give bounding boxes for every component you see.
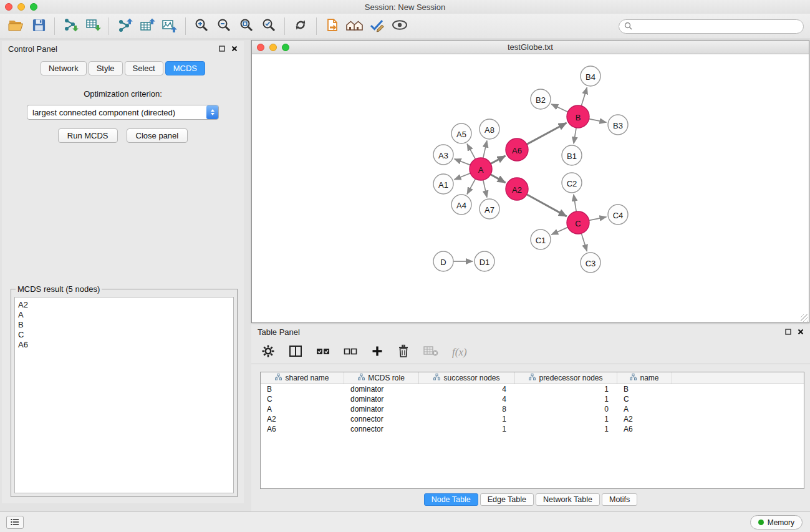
close-panel-icon[interactable] [798, 327, 804, 337]
graph-node-B4[interactable]: B4 [581, 66, 600, 86]
table-cell[interactable]: C [617, 394, 672, 404]
export-network-button[interactable] [113, 16, 136, 36]
table-cell[interactable]: 1 [419, 414, 515, 424]
table-cell[interactable]: 8 [419, 404, 515, 414]
import-network-button[interactable] [59, 16, 82, 36]
column-header-predecessor-nodes[interactable]: predecessor nodes [515, 372, 617, 384]
show-all-networks-button[interactable] [344, 16, 366, 36]
minimize-window-button[interactable] [17, 3, 25, 11]
graph-edge-B-B3[interactable] [589, 119, 607, 123]
graph-node-A6[interactable]: A6 [506, 138, 528, 161]
graph-node-D1[interactable]: D1 [475, 251, 494, 271]
tab-select[interactable]: Select [125, 61, 163, 75]
resize-grip[interactable] [801, 314, 808, 322]
table-cell[interactable]: 1 [419, 424, 515, 434]
table-cell[interactable]: B [261, 384, 344, 394]
table-cell[interactable]: A [617, 404, 672, 414]
table-row[interactable]: Adominator80A [261, 404, 804, 414]
select-all-button[interactable] [316, 347, 330, 358]
delete-row-button[interactable] [397, 344, 410, 360]
open-recent-button[interactable] [321, 16, 344, 36]
graph-edge-A-A8[interactable] [483, 141, 487, 158]
table-cell[interactable]: A [261, 404, 344, 414]
table-row[interactable]: A2connector11A2 [261, 414, 804, 424]
table-row[interactable]: Bdominator41B [261, 384, 804, 394]
graph-node-A5[interactable]: A5 [451, 123, 471, 143]
graph-edge-A-A2[interactable] [491, 175, 506, 183]
table-cell[interactable]: 1 [515, 394, 617, 404]
show-panels-button[interactable] [6, 516, 24, 529]
tab-node-table[interactable]: Node Table [424, 493, 478, 506]
graph-edge-A2-C[interactable] [527, 195, 567, 216]
table-cell[interactable]: B [617, 384, 672, 394]
zoom-out-button[interactable] [213, 16, 235, 36]
graph-node-A7[interactable]: A7 [480, 199, 499, 219]
graph-node-C1[interactable]: C1 [531, 230, 551, 249]
network-window-titlebar[interactable]: testGlobe.txt [252, 41, 809, 54]
graph-node-A4[interactable]: A4 [451, 195, 471, 215]
result-item[interactable]: C [18, 330, 230, 340]
table-cell[interactable]: dominator [344, 384, 419, 394]
graph-edge-A6-B[interactable] [527, 123, 567, 144]
close-window-button[interactable] [5, 3, 12, 11]
graph-node-A2[interactable]: A2 [506, 178, 528, 200]
table-cell[interactable]: A2 [261, 414, 344, 424]
graph-node-C4[interactable]: C4 [608, 205, 628, 225]
column-header-mcds-role[interactable]: MCDS role [344, 372, 419, 384]
graph-edge-A-A1[interactable] [455, 173, 471, 180]
network-canvas[interactable]: B4B2BB3A8A5A6A3B1AC2A1A2A4A7C4CC1C3DD1 [252, 55, 809, 322]
unselect-all-button[interactable] [344, 347, 357, 358]
zoom-window-button[interactable] [30, 3, 37, 11]
graph-edge-A-A3[interactable] [455, 159, 471, 165]
mcds-result-list[interactable]: A2ABCA6 [14, 297, 234, 493]
export-table-button[interactable] [136, 16, 158, 36]
graph-edge-C-C4[interactable] [589, 217, 607, 221]
table-cell[interactable]: dominator [344, 404, 419, 414]
table-cell[interactable]: 4 [419, 384, 515, 394]
graph-node-C[interactable]: C [567, 211, 589, 234]
graph-edge-A-A4[interactable] [467, 179, 475, 195]
node-table[interactable]: shared nameMCDS rolesuccessor nodesprede… [260, 372, 804, 489]
tab-network[interactable]: Network [41, 61, 87, 75]
column-header-successor-nodes[interactable]: successor nodes [419, 372, 515, 384]
result-item[interactable]: A2 [18, 300, 230, 310]
table-cell[interactable]: A6 [617, 424, 672, 434]
graph-node-A1[interactable]: A1 [433, 174, 453, 194]
graph-node-B1[interactable]: B1 [562, 145, 582, 165]
table-cell[interactable]: 1 [515, 424, 617, 434]
tab-network-table[interactable]: Network Table [536, 493, 600, 506]
import-table-button[interactable] [82, 16, 104, 36]
graph-node-D[interactable]: D [433, 251, 453, 271]
close-panel-icon[interactable] [231, 44, 238, 54]
graph-edge-C-C2[interactable] [574, 195, 576, 211]
save-session-button[interactable] [27, 16, 50, 36]
graph-node-C2[interactable]: C2 [562, 173, 582, 193]
graph-edge-B-B1[interactable] [574, 128, 576, 143]
graph-edge-A-A7[interactable] [483, 180, 487, 198]
zoom-in-button[interactable] [190, 16, 213, 36]
graph-edge-A-A6[interactable] [491, 156, 506, 164]
table-cell[interactable]: 1 [515, 414, 617, 424]
network-graph[interactable]: B4B2BB3A8A5A6A3B1AC2A1A2A4A7C4CC1C3DD1 [252, 55, 809, 322]
result-item[interactable]: A6 [18, 340, 230, 350]
graph-node-A3[interactable]: A3 [433, 145, 453, 165]
graph-node-C3[interactable]: C3 [581, 253, 600, 273]
graph-edge-B-B4[interactable] [581, 87, 587, 106]
graph-node-B[interactable]: B [567, 105, 589, 128]
table-cell[interactable]: 1 [515, 384, 617, 394]
graph-node-A[interactable]: A [470, 158, 492, 180]
tab-edge-table[interactable]: Edge Table [480, 493, 534, 506]
float-panel-icon[interactable] [785, 327, 791, 337]
tab-style[interactable]: Style [89, 61, 123, 75]
graph-edge-A-A5[interactable] [467, 144, 475, 160]
graph-edge-B-B2[interactable] [551, 104, 568, 112]
table-cell[interactable]: A6 [261, 424, 344, 434]
open-session-button[interactable] [5, 16, 27, 36]
network-minimize-button[interactable] [269, 44, 277, 51]
table-cell[interactable]: C [261, 394, 344, 404]
function-builder-button[interactable]: f(x) [452, 346, 467, 359]
tab-motifs[interactable]: Motifs [602, 493, 637, 506]
search-input[interactable] [635, 20, 803, 33]
refresh-layout-button[interactable] [289, 16, 312, 36]
optimization-criterion-dropdown[interactable]: largest connected component (directed) [27, 105, 219, 120]
